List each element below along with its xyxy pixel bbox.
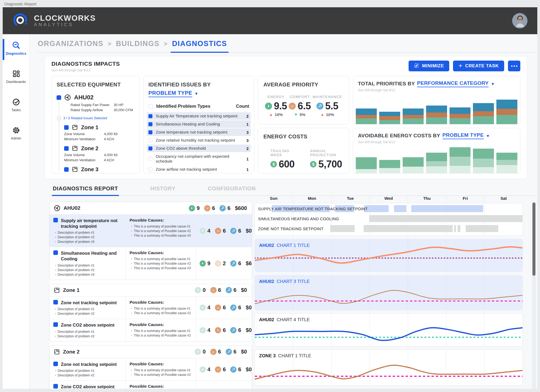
- zone-header[interactable]: Zone 1: [64, 124, 135, 131]
- vertical-scrollbar[interactable]: [532, 202, 536, 389]
- tab-configuration[interactable]: CONFIGURATION: [208, 186, 256, 192]
- zone-header[interactable]: Zone 2: [64, 145, 135, 152]
- gantt-bar[interactable]: [364, 225, 453, 232]
- gantt-day-header: SunMonTueWedThuFriSat: [255, 196, 523, 203]
- gantt-bar[interactable]: [466, 225, 498, 232]
- issue-detail-row[interactable]: Zone not tracking setpointDescription of…: [50, 296, 252, 319]
- chart-title: TOTAL PRIORITIES BY: [358, 81, 415, 87]
- energy-icon: [195, 349, 201, 355]
- row-checkbox[interactable]: [53, 218, 58, 222]
- gantt-bar[interactable]: [369, 215, 522, 222]
- issue-detail-row[interactable]: Zone CO2 above setpointDescription of pr…: [50, 380, 252, 389]
- breadcrumb-organizations[interactable]: ORGANIZATIONS: [38, 40, 103, 48]
- issue-row[interactable]: Zone airflow not tracking setpoint1: [147, 166, 251, 173]
- triangle-up-icon: ▲: [269, 113, 273, 117]
- section-header[interactable]: Zone 1066$0: [50, 284, 252, 296]
- issue-label: Zone temperature not tracking setpoint: [156, 130, 227, 135]
- chevron-down-icon[interactable]: ▼: [491, 82, 495, 86]
- issue-checkbox[interactable]: [148, 114, 152, 118]
- gantt-bar[interactable]: [394, 205, 406, 212]
- comfort-icon: [215, 304, 221, 311]
- tab-history[interactable]: HISTORY: [150, 186, 175, 192]
- collapse-icon[interactable]: –: [57, 116, 61, 120]
- issue-detail-row[interactable]: Simultaneous Heating and CoolingDescript…: [50, 247, 252, 279]
- issue-row[interactable]: Zone relative humidity not tracking setp…: [147, 136, 251, 144]
- issue-checkbox[interactable]: [148, 138, 152, 142]
- triangle-up-icon: ▲: [320, 113, 324, 117]
- row-checkbox[interactable]: [53, 250, 58, 255]
- issue-detail-row[interactable]: Zone not tracking setpointDescription of…: [50, 358, 252, 381]
- issue-detail-row[interactable]: Zone CO2 above setpointDescription of pr…: [50, 319, 252, 341]
- tab-diagnostics-report[interactable]: DIAGNOSTICS REPORT: [53, 186, 118, 192]
- related-issues-toggle[interactable]: –3 / 3 Related Issues Selected: [57, 116, 135, 120]
- equipment-ahu02[interactable]: AHU02: [57, 94, 135, 101]
- bar-segment-problem-type-3: [356, 169, 377, 173]
- create-task-button[interactable]: + CREATE TASK: [453, 61, 504, 71]
- row-checkbox[interactable]: [53, 322, 58, 327]
- metric-value: 2: [223, 260, 226, 267]
- sidebar-item-dashboards[interactable]: Dashboards: [3, 67, 29, 86]
- day-label-sun: Sun: [255, 196, 293, 203]
- gantt-bar[interactable]: [458, 225, 460, 232]
- spec-label: Zone Volume: [64, 153, 104, 157]
- bar-segment-problem-type-3: [403, 167, 424, 173]
- chevron-down-icon[interactable]: ▼: [486, 134, 490, 138]
- section-header[interactable]: AHU02966$600: [50, 202, 252, 214]
- metric-value: 6.5: [298, 100, 311, 112]
- scrollbar-thumb[interactable]: [532, 202, 535, 276]
- sidebar-item-admin[interactable]: Admin: [3, 124, 29, 142]
- user-avatar[interactable]: [512, 13, 528, 29]
- energy-metric: 0: [195, 287, 205, 293]
- dollar-icon: $: [310, 161, 316, 167]
- issue-row[interactable]: Simultaneous Heating and Cooling1: [147, 120, 251, 128]
- chart-dropdown[interactable]: PROBLEM TYPE: [443, 132, 484, 139]
- issue-label: Supply Air Temperature not tracking setp…: [156, 114, 238, 118]
- issue-row[interactable]: Zone CO2 above threshold2: [147, 145, 251, 152]
- chevron-down-icon[interactable]: ▼: [194, 91, 198, 96]
- issue-descriptions: Description of problem #1Description of …: [55, 307, 122, 316]
- sidebar-item-tasks[interactable]: Tasks: [3, 96, 29, 114]
- issue-row[interactable]: Zone temperature not tracking setpoint3: [147, 128, 251, 136]
- chart-dropdown[interactable]: PERFORMANCE CATEGORY: [417, 80, 489, 87]
- issue-checkbox[interactable]: [148, 167, 152, 172]
- metric-value: 4: [207, 327, 210, 333]
- issue-checkbox[interactable]: [148, 130, 152, 134]
- minimize-button[interactable]: MINIMIZE: [409, 61, 449, 71]
- cost-value: $0: [241, 349, 247, 355]
- possible-causes-heading: Possible Causes:: [130, 250, 192, 255]
- issue-detail-row[interactable]: Supply air temperature not tracking setp…: [50, 214, 252, 247]
- bar-fri: [473, 103, 494, 124]
- issue-checkbox[interactable]: [148, 146, 152, 150]
- chart-header: TOTAL PRIORITIES BYPERFORMANCE CATEGORY▼…: [353, 76, 520, 92]
- section-header[interactable]: Zone 2066$0: [50, 346, 252, 358]
- cause-item: This is a summary of Possible cause #2: [131, 262, 192, 265]
- zone-checkbox[interactable]: [64, 125, 69, 130]
- metric-value: 6: [218, 287, 221, 293]
- problem-type-dropdown[interactable]: PROBLEM TYPE: [148, 90, 192, 97]
- issue-row[interactable]: Occupancy not compliant with expected sc…: [147, 153, 251, 165]
- more-actions-button[interactable]: [508, 61, 520, 71]
- breadcrumb-diagnostics[interactable]: DIAGNOSTICS: [172, 40, 227, 48]
- equipment-checkbox[interactable]: [57, 95, 61, 100]
- issue-checkbox[interactable]: [148, 157, 152, 161]
- delta-value: 10%: [326, 112, 334, 117]
- spec-label: Rated Supply Airflow: [71, 108, 114, 112]
- select-all-checkbox[interactable]: [148, 104, 153, 109]
- issue-checkbox[interactable]: [148, 122, 152, 126]
- issue-title: Simultaneous Heating and Cooling: [61, 250, 122, 261]
- sidebar-item-diagnostics[interactable]: Diagnostics: [3, 38, 29, 58]
- zone-header[interactable]: Zone 3: [64, 166, 135, 173]
- gantt-bar[interactable]: [454, 225, 456, 232]
- bar-segment-problem-type-1: [450, 147, 471, 157]
- gantt-bar[interactable]: [411, 205, 483, 212]
- zone-checkbox[interactable]: [64, 167, 69, 172]
- breadcrumb-buildings[interactable]: BUILDINGS: [116, 40, 159, 48]
- row-checkbox[interactable]: [53, 384, 58, 388]
- row-checkbox[interactable]: [53, 362, 58, 366]
- gantt-bar[interactable]: [330, 225, 354, 232]
- delta-value: 10%: [275, 112, 283, 117]
- row-checkbox[interactable]: [53, 300, 58, 304]
- zone-checkbox[interactable]: [64, 146, 69, 151]
- issue-row[interactable]: Supply Air Temperature not tracking setp…: [147, 112, 251, 120]
- row-metrics: 966$600: [189, 205, 248, 211]
